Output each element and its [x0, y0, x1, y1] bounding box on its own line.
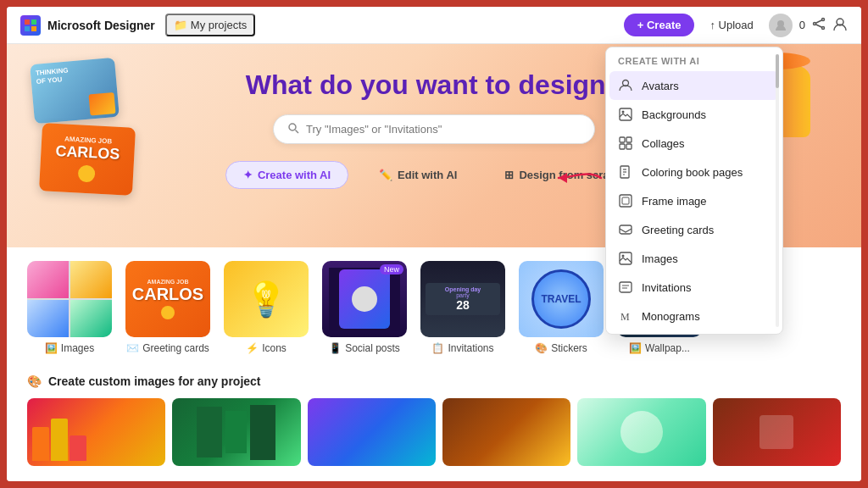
svg-point-11	[289, 124, 296, 130]
monograms-icon: M	[618, 308, 633, 324]
dropdown-item-avatars[interactable]: Avatars	[609, 71, 779, 100]
stickers-label: 🎨 Stickers	[535, 342, 587, 354]
dropdown-item-coloring-book[interactable]: Coloring book pages	[606, 158, 782, 186]
avatar[interactable]	[769, 14, 793, 37]
user-icon[interactable]	[832, 16, 848, 35]
frame-image-label: Frame image	[642, 195, 707, 208]
grid-icon: ⊞	[504, 169, 514, 181]
bottom-image-6[interactable]	[713, 398, 841, 466]
backgrounds-label: Backgrounds	[642, 108, 706, 121]
card-carlos-text: CARLOS	[55, 142, 120, 164]
thumb-cell-2	[70, 261, 112, 298]
scrollbar-thumb[interactable]	[776, 54, 779, 88]
images-label: 🖼️ Images	[45, 342, 94, 354]
dropdown-item-collages[interactable]: Collages	[606, 129, 782, 158]
svg-rect-16	[620, 137, 625, 142]
new-badge: New	[380, 264, 403, 274]
svg-point-5	[822, 18, 825, 20]
custom-images-icon: 🎨	[27, 374, 42, 388]
svg-point-6	[814, 22, 816, 25]
collages-icon	[618, 136, 633, 151]
social-posts-label: 📱 Social posts	[329, 342, 400, 354]
dropdown-item-backgrounds[interactable]: Backgrounds	[606, 100, 782, 129]
bottom-image-5[interactable]	[577, 398, 705, 466]
app-name: Microsoft Designer	[47, 19, 155, 32]
frame-image-icon	[618, 193, 633, 208]
svg-marker-33	[559, 173, 567, 183]
greeting-cards-label: ✉️ Greeting cards	[126, 342, 209, 354]
svg-rect-0	[25, 19, 30, 25]
header-actions: + Create ↑ Upload 0	[624, 14, 848, 37]
avatar-area: 0	[769, 14, 848, 37]
thumb-cell-1	[27, 261, 69, 298]
share-icon[interactable]	[812, 17, 826, 34]
svg-rect-17	[626, 137, 632, 142]
coloring-book-icon	[618, 164, 633, 180]
invitations-icon: 📋	[431, 342, 444, 354]
images-thumbnail	[27, 261, 112, 337]
icons-icon: ⚡	[246, 342, 259, 354]
svg-rect-2	[25, 26, 30, 31]
greeting-cards-dropdown-label: Greeting cards	[642, 224, 714, 236]
bottom-images-row	[27, 398, 841, 466]
scrollbar-track	[776, 54, 779, 327]
create-with-ai-label: Create with AI	[258, 169, 331, 181]
thumb-cell-4	[70, 300, 112, 337]
collages-label: Collages	[642, 137, 685, 150]
app-logo-icon	[20, 15, 41, 36]
svg-rect-18	[620, 144, 625, 149]
svg-rect-3	[31, 26, 36, 31]
create-button[interactable]: + Create	[624, 14, 695, 36]
stickers-thumbnail: TRAVEL	[519, 261, 604, 337]
wallpaper-icon: 🖼️	[629, 342, 642, 354]
bottom-image-2[interactable]	[172, 398, 300, 466]
category-item-greeting-cards[interactable]: AMAZING JOB CARLOS ✉️ Greeting cards	[125, 261, 210, 354]
edit-with-ai-label: Edit with AI	[398, 169, 457, 181]
bottom-image-1[interactable]	[27, 398, 165, 466]
images-icon: 🖼️	[45, 342, 58, 354]
dropdown-item-images[interactable]: Images	[606, 244, 782, 273]
sparkle-icon: ✦	[243, 169, 253, 181]
logo-area: Microsoft Designer	[20, 15, 155, 36]
invitations-dropdown-label: Invitations	[642, 281, 692, 294]
dropdown-item-invitations[interactable]: Invitations	[606, 273, 782, 302]
dropdown-item-frame-image[interactable]: Frame image	[606, 186, 782, 215]
social-posts-thumbnail: New	[322, 261, 407, 337]
search-bar[interactable]	[273, 114, 595, 144]
dropdown-item-greeting-cards[interactable]: Greeting cards	[606, 215, 782, 244]
svg-rect-19	[626, 144, 632, 149]
images-dropdown-icon	[618, 251, 633, 266]
category-item-icons[interactable]: 💡 ⚡ Icons	[224, 261, 309, 354]
icons-label: ⚡ Icons	[246, 342, 287, 354]
search-input[interactable]	[306, 123, 581, 136]
bottom-image-4[interactable]	[442, 398, 570, 466]
thumb-cell-3	[27, 300, 69, 337]
bottom-image-3[interactable]	[308, 398, 436, 466]
svg-text:M: M	[620, 311, 630, 323]
thinking-card: THINKINGOF YOU	[30, 58, 120, 124]
category-item-social-posts[interactable]: New 📱 Social posts	[322, 261, 407, 354]
wallpaper-label: 🖼️ Wallpap...	[629, 342, 690, 354]
dropdown-item-monograms[interactable]: M Monograms	[606, 302, 782, 334]
invitations-label: 📋 Invitations	[431, 342, 493, 354]
images-dropdown-label: Images	[642, 252, 678, 265]
folder-icon: 📁	[174, 19, 187, 31]
stickers-icon: 🎨	[535, 342, 548, 354]
greeting-cards-thumbnail: AMAZING JOB CARLOS	[125, 261, 210, 337]
arrow-pointer	[554, 165, 605, 196]
upload-button[interactable]: ↑ Upload	[701, 14, 761, 36]
my-projects-label: My projects	[191, 19, 247, 31]
icons-thumbnail: 💡	[224, 261, 309, 337]
edit-icon: ✏️	[379, 169, 392, 181]
edit-with-ai-button[interactable]: ✏️ Edit with AI	[362, 161, 474, 189]
invitations-dropdown-icon	[618, 280, 633, 295]
svg-line-9	[815, 24, 821, 26]
category-item-images[interactable]: 🖼️ Images	[27, 261, 112, 354]
create-with-ai-button[interactable]: ✦ Create with AI	[225, 161, 348, 189]
svg-point-15	[622, 111, 625, 114]
category-item-stickers[interactable]: TRAVEL 🎨 Stickers	[519, 261, 604, 354]
app-header: Microsoft Designer 📁 My projects + Creat…	[7, 7, 861, 44]
category-item-invitations[interactable]: Opening day party 28 📋 Invitations	[420, 261, 505, 354]
my-projects-button[interactable]: 📁 My projects	[165, 14, 255, 36]
dropdown-header: Create with AI	[606, 47, 782, 71]
